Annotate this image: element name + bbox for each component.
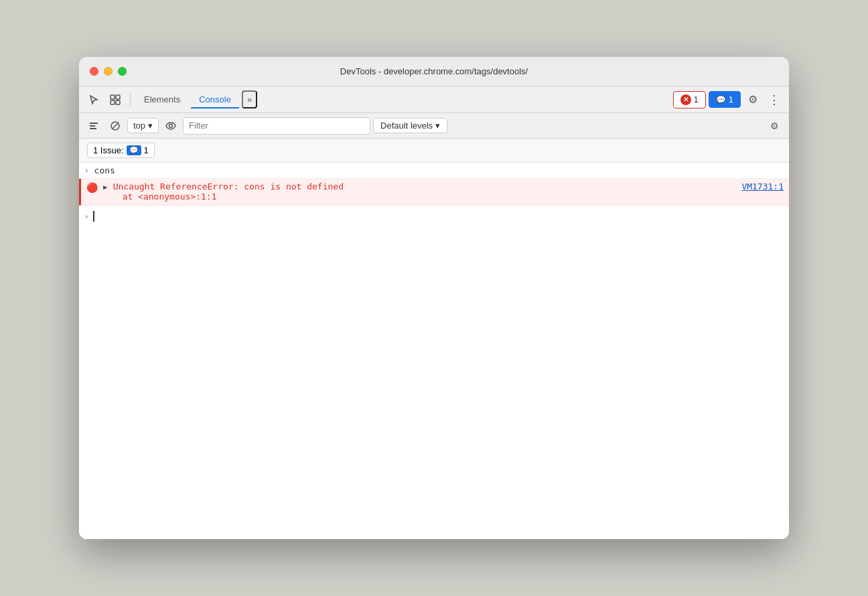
chat-icon: 💬 bbox=[716, 95, 726, 104]
error-line2: at <anonymous>:1:1 bbox=[123, 192, 784, 202]
svg-rect-5 bbox=[90, 123, 98, 124]
issues-count: 1 bbox=[144, 145, 149, 155]
issues-badge[interactable]: 1 Issue: 💬 1 bbox=[87, 143, 155, 158]
console-input-line[interactable]: › bbox=[79, 206, 789, 227]
window-title: DevTools - developer.chrome.com/tags/dev… bbox=[340, 66, 528, 76]
error-icon: ✕ bbox=[680, 94, 691, 105]
expand-error-icon[interactable]: ▶ bbox=[103, 183, 108, 192]
close-button[interactable] bbox=[90, 67, 98, 76]
traffic-lights bbox=[90, 67, 127, 76]
chevron-down-icon: ▾ bbox=[435, 121, 440, 131]
tab-console[interactable]: Console bbox=[191, 90, 239, 108]
error-message: Uncaught ReferenceError: cons is not def… bbox=[113, 181, 344, 192]
error-stack: at <anonymous>:1:1 bbox=[123, 192, 217, 202]
eye-icon[interactable] bbox=[161, 117, 180, 135]
more-options-button[interactable]: ⋮ bbox=[765, 90, 784, 109]
issues-bar: 1 Issue: 💬 1 bbox=[79, 139, 789, 163]
issue-chat-icon: 💬 bbox=[127, 145, 141, 155]
svg-point-10 bbox=[169, 124, 173, 127]
console-entry-error: 🔴 ▶ Uncaught ReferenceError: cons is not… bbox=[79, 179, 789, 206]
titlebar: DevTools - developer.chrome.com/tags/dev… bbox=[79, 57, 789, 86]
tab-more[interactable]: » bbox=[242, 90, 257, 108]
svg-rect-6 bbox=[90, 125, 95, 127]
console-area[interactable]: › cons 🔴 ▶ Uncaught ReferenceError: cons… bbox=[79, 163, 789, 539]
svg-rect-3 bbox=[111, 100, 115, 104]
message-count: 1 bbox=[729, 94, 733, 104]
error-line1: Uncaught ReferenceError: cons is not def… bbox=[113, 181, 784, 192]
chevron-down-icon: ▾ bbox=[148, 121, 153, 131]
vm-link[interactable]: VM1731:1 bbox=[728, 181, 784, 192]
issues-label: 1 Issue: bbox=[93, 145, 124, 155]
clear-console-button[interactable] bbox=[84, 117, 103, 135]
context-selector[interactable]: top ▾ bbox=[127, 118, 159, 133]
svg-rect-7 bbox=[90, 128, 96, 129]
block-icon[interactable] bbox=[106, 117, 125, 135]
command-text: cons bbox=[94, 165, 115, 175]
svg-rect-4 bbox=[116, 100, 120, 104]
filter-input[interactable] bbox=[183, 117, 370, 135]
tab-divider bbox=[130, 93, 131, 106]
devtools-window: DevTools - developer.chrome.com/tags/dev… bbox=[79, 57, 789, 539]
svg-rect-2 bbox=[116, 95, 120, 99]
error-content: Uncaught ReferenceError: cons is not def… bbox=[113, 181, 784, 202]
console-settings-button[interactable]: ⚙ bbox=[765, 117, 784, 135]
svg-line-9 bbox=[113, 123, 119, 129]
svg-rect-1 bbox=[111, 95, 115, 99]
error-count: 1 bbox=[694, 94, 699, 104]
input-prompt-icon: › bbox=[84, 213, 89, 221]
message-badge-button[interactable]: 💬 1 bbox=[709, 91, 741, 108]
context-label: top bbox=[133, 121, 145, 131]
tabbar: Elements Console » ✕ 1 💬 1 ⚙ ⋮ bbox=[79, 86, 789, 113]
devtools-panel: Elements Console » ✕ 1 💬 1 ⚙ ⋮ bbox=[79, 86, 789, 539]
log-levels-button[interactable]: Default levels ▾ bbox=[373, 118, 447, 133]
expand-icon[interactable]: › bbox=[84, 167, 89, 175]
tab-elements[interactable]: Elements bbox=[136, 90, 188, 108]
error-badge-button[interactable]: ✕ 1 bbox=[673, 91, 706, 108]
cursor-icon[interactable] bbox=[84, 90, 103, 109]
minimize-button[interactable] bbox=[104, 67, 113, 76]
input-cursor bbox=[93, 211, 94, 222]
console-entry-command: › cons bbox=[79, 163, 789, 179]
console-toolbar: top ▾ Default levels ▾ ⚙ bbox=[79, 113, 789, 139]
inspect-icon[interactable] bbox=[106, 90, 125, 109]
error-circle-icon: 🔴 bbox=[86, 182, 98, 194]
settings-button[interactable]: ⚙ bbox=[743, 90, 762, 109]
levels-label: Default levels bbox=[380, 121, 433, 131]
maximize-button[interactable] bbox=[118, 67, 127, 76]
